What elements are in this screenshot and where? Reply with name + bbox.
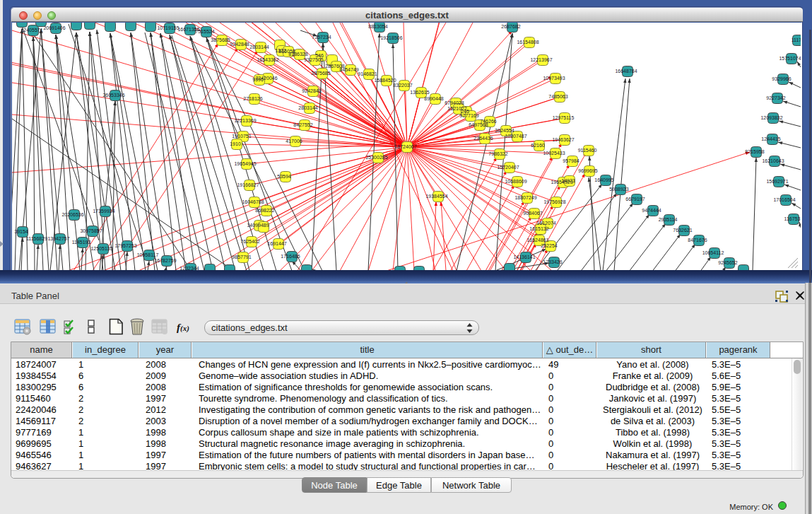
svg-text:14136141: 14136141 (513, 255, 535, 259)
svg-text:9242848: 9242848 (302, 88, 321, 93)
svg-text:6497568: 6497568 (469, 122, 488, 127)
svg-text:417006: 417006 (286, 139, 302, 144)
svg-text:53594: 53594 (277, 174, 291, 179)
svg-text:2935114: 2935114 (659, 217, 678, 222)
svg-text:19384554: 19384554 (425, 194, 447, 199)
svg-text:1640995: 1640995 (594, 177, 613, 182)
svg-text:19166827: 19166827 (237, 182, 259, 187)
svg-text:14923: 14923 (561, 178, 575, 183)
svg-text:9777169: 9777169 (459, 113, 478, 118)
svg-text:3624554: 3624554 (495, 128, 514, 133)
svg-text:9857791: 9857791 (232, 255, 251, 259)
svg-text:9245652: 9245652 (718, 260, 737, 265)
svg-text:1244415: 1244415 (761, 136, 780, 141)
svg-text:9327505: 9327505 (304, 57, 323, 62)
svg-text:9115460: 9115460 (578, 148, 597, 153)
svg-text:8454749: 8454749 (339, 67, 358, 72)
svg-text:16046788: 16046788 (242, 199, 264, 204)
svg-text:12405571: 12405571 (20, 28, 42, 33)
svg-text:10958117: 10958117 (137, 252, 159, 257)
svg-text:20691406: 20691406 (43, 25, 65, 30)
svg-text:7357234: 7357234 (312, 35, 331, 40)
svg-text:7485063: 7485063 (548, 94, 567, 99)
svg-text:3875685: 3875685 (211, 37, 230, 42)
svg-text:8186328: 8186328 (288, 52, 307, 57)
svg-text:19218506: 19218506 (380, 35, 402, 40)
svg-text:9699695: 9699695 (578, 168, 597, 173)
svg-text:10807487: 10807487 (505, 134, 526, 139)
svg-text:15751074: 15751074 (779, 56, 801, 61)
svg-text:8813054: 8813054 (368, 24, 387, 29)
svg-text:18724007: 18724007 (394, 144, 416, 149)
svg-text:8322037: 8322037 (393, 83, 412, 88)
svg-text:(x): (x) (180, 324, 189, 333)
svg-text:30975857: 30975857 (80, 228, 102, 233)
svg-text:6679197: 6679197 (625, 197, 645, 201)
svg-text:16154808: 16154808 (517, 40, 539, 45)
svg-text:1910: 1910 (230, 141, 241, 146)
svg-text:14099489: 14099489 (247, 223, 269, 228)
svg-text:2718126: 2718126 (243, 96, 262, 101)
svg-text:16543362: 16543362 (257, 57, 278, 62)
svg-text:1910751: 1910751 (232, 134, 251, 139)
svg-text:1612074: 1612074 (536, 221, 555, 226)
svg-text:10025433: 10025433 (543, 151, 565, 156)
svg-text:15692971: 15692971 (766, 179, 788, 184)
svg-text:10688609: 10688609 (505, 179, 526, 184)
svg-text:25300285: 25300285 (365, 155, 387, 160)
svg-text:11156829: 11156829 (26, 236, 47, 241)
svg-text:7632621: 7632621 (673, 228, 692, 233)
svg-text:8990448: 8990448 (424, 96, 443, 101)
svg-text:17016504: 17016504 (773, 197, 795, 202)
svg-text:9227342: 9227342 (766, 95, 785, 100)
svg-text:1615132: 1615132 (529, 226, 548, 231)
svg-text:39154: 39154 (14, 229, 28, 234)
svg-text:10654112: 10654112 (702, 250, 724, 255)
svg-text:19463627: 19463627 (552, 137, 574, 142)
svg-text:15884520: 15884520 (374, 78, 396, 83)
svg-text:9474444: 9474444 (642, 208, 661, 213)
svg-text:17359934: 17359934 (93, 209, 114, 214)
svg-text:3875685: 3875685 (311, 71, 330, 76)
svg-text:1145193: 1145193 (72, 240, 91, 245)
svg-text:12213369: 12213369 (234, 118, 256, 123)
svg-text:16524861: 16524861 (526, 238, 548, 243)
svg-text:10719155: 10719155 (157, 25, 179, 30)
svg-text:62160: 62160 (531, 143, 545, 148)
svg-text:9396: 9396 (252, 77, 264, 82)
svg-text:9329966: 9329966 (772, 76, 791, 81)
svg-text:1733426: 1733426 (543, 259, 562, 264)
svg-text:9084067: 9084067 (523, 211, 542, 216)
svg-text:19654945: 19654945 (234, 161, 256, 166)
svg-text:957984: 957984 (563, 158, 579, 163)
svg-text:1716485: 1716485 (281, 254, 300, 259)
svg-text:6794028: 6794028 (445, 100, 464, 105)
svg-text:12505135: 12505135 (90, 246, 112, 251)
svg-text:7986322: 7986322 (488, 151, 507, 156)
svg-text:19756928: 19756928 (543, 199, 565, 204)
svg-text:2803144: 2803144 (298, 105, 317, 110)
svg-text:1691447: 1691447 (267, 241, 286, 246)
svg-text:16782759: 16782759 (154, 258, 176, 263)
svg-text:8698222: 8698222 (255, 208, 274, 213)
svg-text:10973493: 10973493 (543, 76, 565, 81)
svg-text:9146821: 9146821 (358, 71, 377, 76)
svg-text:12093832: 12093832 (760, 115, 782, 120)
svg-text:2364436: 2364436 (473, 136, 493, 141)
svg-text:2803144: 2803144 (249, 45, 269, 49)
svg-text:8215958: 8215958 (745, 149, 764, 154)
svg-text:18807249: 18807249 (514, 195, 536, 200)
svg-text:1362615: 1362615 (410, 90, 429, 95)
svg-text:252254: 252254 (541, 243, 557, 248)
svg-text:2687682: 2687682 (501, 24, 520, 29)
svg-text:8427552: 8427552 (293, 122, 312, 127)
svg-text:13942757: 13942757 (47, 236, 69, 241)
svg-text:9242848: 9242848 (230, 42, 249, 47)
svg-text:5938923: 5938923 (609, 187, 628, 192)
svg-text:17957253: 17957253 (114, 243, 136, 248)
svg-text:26053346: 26053346 (102, 93, 124, 98)
svg-text:116753: 116753 (784, 216, 801, 221)
svg-text:7515524: 7515524 (195, 29, 214, 34)
svg-text:12213967: 12213967 (530, 57, 552, 62)
svg-text:20206536: 20206536 (61, 212, 83, 217)
